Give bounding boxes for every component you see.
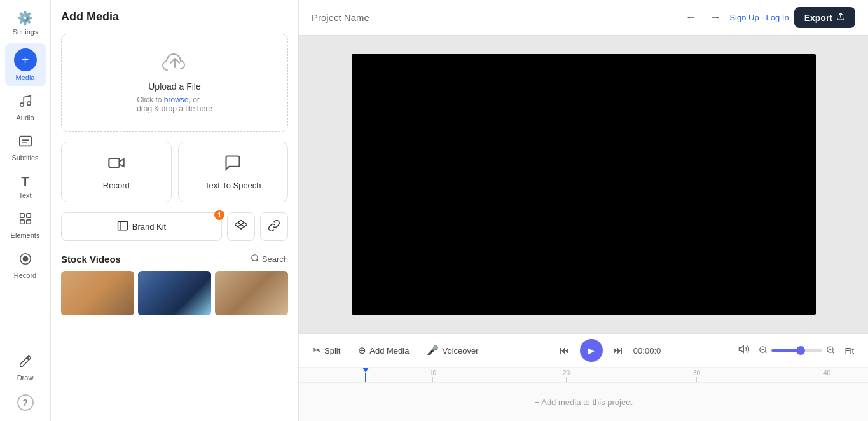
header-actions: ← → Sign Up · Log In Export [681, 7, 855, 28]
draw-icon [18, 354, 32, 371]
sidebar-item-media[interactable]: + Media [5, 43, 46, 86]
svg-rect-2 [19, 137, 31, 146]
add-media-track-label: + Add media to this project [535, 397, 633, 407]
record-camera-icon [107, 154, 125, 176]
add-media-timeline-button[interactable]: ⊕ Add Media [354, 342, 413, 359]
tts-option-label: Text To Speech [205, 181, 261, 190]
ruler-mark-40: 40 [823, 369, 830, 382]
audio-icon [18, 94, 32, 111]
brand-kit-btn[interactable]: Brand Kit 1 [61, 212, 222, 241]
help-icon: ? [17, 394, 34, 411]
timeline-track-area[interactable]: + Add media to this project [299, 383, 868, 421]
video-canvas [299, 36, 868, 333]
dropbox-btn[interactable] [227, 212, 255, 241]
svg-point-9 [23, 256, 27, 261]
skip-forward-button[interactable]: ⏭ [610, 342, 626, 359]
settings-icon: ⚙️ [17, 10, 33, 25]
upload-area[interactable]: Upload a File Click to browse, or drag &… [61, 34, 288, 132]
ruler-mark-30: 30 [693, 369, 700, 382]
elements-icon [18, 212, 32, 229]
project-name: Project Name [312, 12, 673, 23]
stock-thumb-2[interactable] [138, 271, 211, 315]
sidebar-label-elements: Elements [11, 231, 40, 239]
add-media-timeline-icon: ⊕ [358, 345, 366, 356]
redo-button[interactable]: → [705, 7, 724, 28]
auth-separator: · [761, 13, 766, 22]
sidebar-item-record[interactable]: Record [5, 247, 46, 284]
stock-videos-header: Stock Videos Search [61, 254, 288, 265]
add-media-panel: Add Media Upload a File Click to browse,… [51, 0, 299, 421]
fit-button[interactable]: Fit [841, 343, 858, 358]
playhead [362, 368, 369, 383]
sidebar-label-text: Text [18, 191, 31, 199]
sidebar-label-record: Record [14, 272, 36, 279]
upload-icon [162, 52, 188, 78]
log-in-link[interactable]: Log In [766, 13, 789, 22]
split-button[interactable]: ✂ Split [309, 342, 344, 359]
export-button[interactable]: Export [794, 7, 855, 28]
media-plus-icon: + [22, 53, 29, 67]
skip-back-icon: ⏮ [560, 345, 570, 355]
brand-kit-label: Brand Kit [132, 222, 166, 231]
svg-line-22 [832, 351, 834, 353]
record-option-label: Record [103, 181, 130, 190]
search-button[interactable]: Search [251, 254, 288, 265]
auth-links: Sign Up · Log In [729, 13, 789, 22]
ruler-mark-20: 20 [563, 369, 570, 382]
stock-thumb-1[interactable] [61, 271, 134, 315]
ruler-mark-10: 10 [429, 369, 436, 382]
svg-point-14 [252, 255, 258, 261]
svg-marker-17 [739, 346, 743, 353]
playhead-line [365, 373, 366, 383]
sidebar-item-text[interactable]: T Text [5, 169, 46, 204]
sidebar-item-audio[interactable]: Audio [5, 89, 46, 127]
add-media-timeline-label: Add Media [369, 346, 409, 355]
sign-up-link[interactable]: Sign Up [729, 13, 759, 22]
play-icon: ▶ [588, 345, 595, 355]
export-label: Export [804, 13, 832, 23]
svg-line-19 [764, 351, 766, 353]
tts-icon [224, 154, 242, 176]
split-icon: ✂ [313, 345, 321, 356]
timeline-ruler: 10 20 30 40 50 [299, 368, 868, 383]
sidebar-label-audio: Audio [16, 114, 34, 121]
volume-button[interactable] [736, 341, 752, 360]
header: Project Name ← → Sign Up · Log In Export [299, 0, 868, 36]
svg-rect-7 [20, 220, 24, 224]
zoom-slider-wrap [757, 344, 836, 357]
timeline-controls: ✂ Split ⊕ Add Media 🎤 Voiceover ⏮ ▶ [299, 334, 868, 368]
upload-title: Upload a File [148, 81, 201, 92]
svg-line-15 [257, 260, 259, 262]
playback-center: ⏮ ▶ ⏭ 00:00:0 [493, 339, 726, 362]
stock-thumb-3[interactable] [215, 271, 288, 315]
sidebar-label-draw: Draw [17, 374, 34, 382]
sidebar-label-subtitles: Subtitles [11, 154, 38, 162]
playhead-arrow [362, 368, 369, 373]
sidebar-item-settings[interactable]: ⚙️ Settings [5, 5, 46, 41]
split-label: Split [324, 346, 340, 355]
integrations-row: Brand Kit 1 [61, 212, 288, 241]
dropbox-icon [235, 219, 247, 234]
zoom-in-button[interactable] [825, 344, 836, 357]
svg-point-0 [20, 103, 24, 107]
sidebar-item-subtitles[interactable]: Subtitles [5, 129, 46, 167]
browse-link[interactable]: browse [164, 95, 189, 104]
sidebar-item-help[interactable]: ? [5, 389, 46, 416]
stock-videos-title: Stock Videos [61, 254, 121, 265]
skip-back-button[interactable]: ⏮ [557, 342, 572, 359]
svg-point-1 [27, 102, 31, 106]
voiceover-button[interactable]: 🎤 Voiceover [423, 342, 482, 359]
play-button[interactable]: ▶ [580, 339, 603, 362]
video-preview [352, 54, 816, 315]
zoom-in-icon [826, 346, 835, 356]
skip-forward-icon: ⏭ [613, 345, 623, 355]
link-icon [268, 219, 280, 234]
undo-button[interactable]: ← [681, 7, 700, 28]
record-option[interactable]: Record [61, 142, 172, 202]
tts-option[interactable]: Text To Speech [178, 142, 289, 202]
zoom-out-button[interactable] [757, 344, 769, 357]
link-btn[interactable] [260, 212, 288, 241]
sidebar-item-elements[interactable]: Elements [5, 207, 46, 244]
zoom-slider[interactable] [771, 349, 822, 352]
sidebar-item-draw[interactable]: Draw [5, 349, 46, 387]
